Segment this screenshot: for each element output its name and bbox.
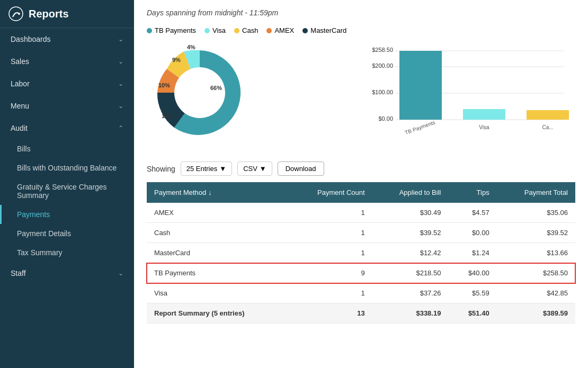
svg-text:Ca...: Ca... (542, 124, 554, 130)
cell-summary-applied: $338.19 (372, 303, 449, 324)
svg-point-2 (174, 67, 225, 118)
cell-method: Cash (147, 223, 288, 243)
legend-dot-visa (204, 28, 210, 33)
svg-text:11%: 11% (162, 113, 173, 119)
svg-text:10%: 10% (158, 82, 170, 88)
chevron-down-icon: ⌄ (118, 58, 123, 65)
cell-count: 9 (288, 263, 372, 283)
legend-dot-amex (266, 28, 272, 33)
cell-count: 1 (288, 283, 372, 303)
legend-dot-mastercard (302, 28, 308, 33)
svg-text:$100.00: $100.00 (372, 89, 393, 95)
table-row: AMEX 1 $30.49 $4.57 $35.06 (147, 203, 575, 223)
donut-chart-section: TB Payments Visa Cash AMEX MasterCard (147, 26, 346, 148)
legend-visa: Visa (204, 26, 226, 34)
col-tips: Tips (448, 182, 496, 203)
cell-count: 1 (288, 243, 372, 263)
svg-text:$200.00: $200.00 (372, 62, 393, 69)
cell-tips: $1.24 (448, 243, 496, 263)
cell-method: Visa (147, 283, 288, 303)
cell-total: $39.52 (497, 223, 575, 243)
entries-select[interactable]: 25 Entries ▼ (181, 161, 232, 176)
page-subtitle: Days spanning from midnight - 11:59pm (134, 0, 588, 21)
legend-mastercard: MasterCard (302, 26, 346, 34)
sidebar-header: Reports (0, 0, 134, 28)
chevron-down-icon: ▼ (219, 165, 226, 173)
cell-tips: $40.00 (448, 263, 496, 283)
sidebar-item-menu[interactable]: Menu ⌄ (0, 95, 134, 117)
cell-total: $35.06 (497, 203, 575, 223)
cell-method: MasterCard (147, 243, 288, 263)
chevron-up-icon: ⌃ (118, 124, 123, 132)
cell-summary-tips: $51.40 (448, 303, 496, 324)
svg-text:9%: 9% (172, 57, 181, 63)
cell-applied: $30.49 (372, 203, 449, 223)
sidebar-item-dashboards[interactable]: Dashboards ⌄ (0, 28, 134, 50)
sidebar-subitem-payment-details[interactable]: Payment Details (0, 224, 134, 243)
cell-applied: $12.42 (372, 243, 449, 263)
sidebar-item-sales[interactable]: Sales ⌄ (0, 50, 134, 73)
cell-count: 1 (288, 223, 372, 243)
col-payment-count: Payment Count (288, 182, 372, 203)
payments-table-wrapper: Payment Method ↓ Payment Count Applied t… (134, 182, 588, 336)
table-row: Cash 1 $39.52 $0.00 $39.52 (147, 223, 575, 243)
svg-text:4%: 4% (187, 44, 195, 50)
cell-summary-count: 13 (288, 303, 372, 324)
legend-amex: AMEX (266, 26, 294, 34)
svg-point-0 (9, 7, 23, 21)
table-row: Visa 1 $37.26 $5.59 $42.85 (147, 283, 575, 303)
chevron-down-icon: ▼ (260, 165, 266, 173)
sidebar-item-staff[interactable]: Staff ⌄ (0, 262, 134, 284)
charts-area: TB Payments Visa Cash AMEX MasterCard (134, 21, 588, 156)
sidebar-title: Reports (29, 8, 69, 20)
svg-text:$258.50: $258.50 (372, 47, 393, 53)
col-payment-method: Payment Method ↓ (147, 182, 288, 203)
svg-text:TB Payments: TB Payments (404, 119, 436, 136)
sidebar-subitem-bills-outstanding[interactable]: Bills with Outstanding Balance (0, 158, 134, 177)
chevron-down-icon: ⌄ (118, 35, 123, 43)
download-button[interactable]: Download (278, 161, 324, 176)
table-row: TB Payments 9 $218.50 $40.00 $258.50 (147, 263, 575, 283)
main-content: Days spanning from midnight - 11:59pm TB… (134, 0, 588, 368)
cell-applied: $39.52 (372, 223, 449, 243)
sidebar-item-audit[interactable]: Audit ⌃ (0, 117, 134, 139)
showing-label: Showing (147, 165, 175, 173)
chevron-down-icon: ⌄ (118, 270, 123, 277)
table-summary-row: Report Summary (5 entries) 13 $338.19 $5… (147, 303, 575, 324)
col-applied-to-bill: Applied to Bill (372, 182, 449, 203)
table-row: MasterCard 1 $12.42 $1.24 $13.66 (147, 243, 575, 263)
cell-total: $42.85 (497, 283, 575, 303)
legend-tb-payments: TB Payments (147, 26, 196, 34)
table-controls: Showing 25 Entries ▼ CSV ▼ Download (134, 156, 588, 182)
table-header-row: Payment Method ↓ Payment Count Applied t… (147, 182, 575, 203)
sidebar-subitem-bills[interactable]: Bills (0, 139, 134, 158)
sidebar-item-labor[interactable]: Labor ⌄ (0, 73, 134, 95)
cell-count: 1 (288, 203, 372, 223)
col-payment-total: Payment Total (497, 182, 575, 203)
chevron-down-icon: ⌄ (118, 102, 123, 110)
payments-table: Payment Method ↓ Payment Count Applied t… (147, 182, 575, 324)
cell-method: TB Payments (147, 263, 288, 283)
bar-chart-section: $258.50 $200.00 $100.00 $0.00 TB Payment… (368, 26, 569, 148)
legend-dot-cash (234, 28, 239, 33)
sidebar-subitem-gratuity[interactable]: Gratuity & Service Charges Summary (0, 177, 134, 205)
cell-tips: $5.59 (448, 283, 496, 303)
cell-summary-total: $389.59 (497, 303, 575, 324)
svg-text:Visa: Visa (479, 124, 490, 130)
sidebar-subitem-payments[interactable]: Payments (0, 205, 134, 224)
cell-summary-method: Report Summary (5 entries) (147, 303, 288, 324)
cell-tips: $0.00 (448, 223, 496, 243)
sidebar: Reports Dashboards ⌄ Sales ⌄ Labor ⌄ Men… (0, 0, 134, 368)
reports-icon (8, 6, 23, 21)
svg-rect-18 (527, 110, 569, 120)
cell-applied: $218.50 (372, 263, 449, 283)
cell-method: AMEX (147, 203, 288, 223)
legend-dot-tb (147, 28, 152, 33)
format-select[interactable]: CSV ▼ (237, 161, 272, 176)
chart-legend: TB Payments Visa Cash AMEX MasterCard (147, 26, 346, 34)
svg-rect-16 (399, 51, 442, 120)
cell-total: $13.66 (497, 243, 575, 263)
cell-total: $258.50 (497, 263, 575, 283)
sidebar-subitem-tax-summary[interactable]: Tax Summary (0, 243, 134, 262)
svg-text:$0.00: $0.00 (379, 115, 394, 122)
